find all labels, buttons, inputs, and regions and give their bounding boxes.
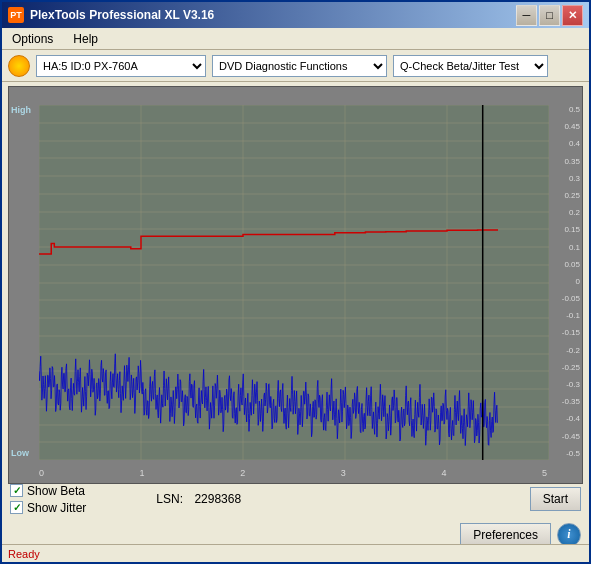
main-window: PT PlexTools Professional XL V3.16 ─ □ ✕… — [0, 0, 591, 564]
y-axis: 0.5 0.45 0.4 0.35 0.3 0.25 0.2 0.15 0.1 … — [547, 105, 582, 458]
status-text: Ready — [8, 548, 40, 560]
title-left: PT PlexTools Professional XL V3.16 — [8, 7, 214, 23]
menu-help[interactable]: Help — [67, 30, 104, 48]
lsn-value: 2298368 — [194, 492, 241, 506]
show-beta-label: Show Beta — [27, 484, 85, 498]
show-beta-checkbox[interactable] — [10, 484, 23, 497]
chart-canvas — [39, 105, 549, 460]
close-button[interactable]: ✕ — [562, 5, 583, 26]
show-jitter-checkbox[interactable] — [10, 501, 23, 514]
drive-icon — [8, 55, 30, 77]
show-jitter-item: Show Jitter — [10, 501, 86, 515]
drive-select[interactable]: HA:5 ID:0 PX-760A — [36, 55, 206, 77]
buttons-row: Preferences i — [10, 523, 581, 547]
maximize-button[interactable]: □ — [539, 5, 560, 26]
chart-area: High Low 0.5 0.45 0.4 0.35 0.3 0.25 0.2 … — [8, 86, 583, 484]
show-jitter-label: Show Jitter — [27, 501, 86, 515]
chart-low-label: Low — [11, 448, 29, 458]
function-select[interactable]: DVD Diagnostic Functions — [212, 55, 387, 77]
start-button[interactable]: Start — [530, 487, 581, 511]
show-beta-item: Show Beta — [10, 484, 86, 498]
toolbar: HA:5 ID:0 PX-760A DVD Diagnostic Functio… — [2, 50, 589, 82]
app-icon: PT — [8, 7, 24, 23]
window-title: PlexTools Professional XL V3.16 — [30, 8, 214, 22]
menu-options[interactable]: Options — [6, 30, 59, 48]
minimize-button[interactable]: ─ — [516, 5, 537, 26]
status-bar: Ready — [2, 544, 589, 562]
x-axis: 0 1 2 3 4 5 — [39, 468, 547, 478]
checkboxes-row: Show Beta Show Jitter LSN: 2298368 Start — [10, 484, 581, 515]
preferences-button[interactable]: Preferences — [460, 523, 551, 547]
chart-high-label: High — [11, 105, 31, 115]
test-select[interactable]: Q-Check Beta/Jitter Test — [393, 55, 548, 77]
info-button[interactable]: i — [557, 523, 581, 547]
lsn-info: LSN: 2298368 — [156, 492, 241, 506]
checkbox-group: Show Beta Show Jitter — [10, 484, 86, 515]
lsn-label: LSN: — [156, 492, 183, 506]
bottom-bar: Show Beta Show Jitter LSN: 2298368 Start… — [2, 486, 589, 544]
menu-bar: Options Help — [2, 28, 589, 50]
title-bar: PT PlexTools Professional XL V3.16 ─ □ ✕ — [2, 2, 589, 28]
title-buttons: ─ □ ✕ — [516, 5, 583, 26]
